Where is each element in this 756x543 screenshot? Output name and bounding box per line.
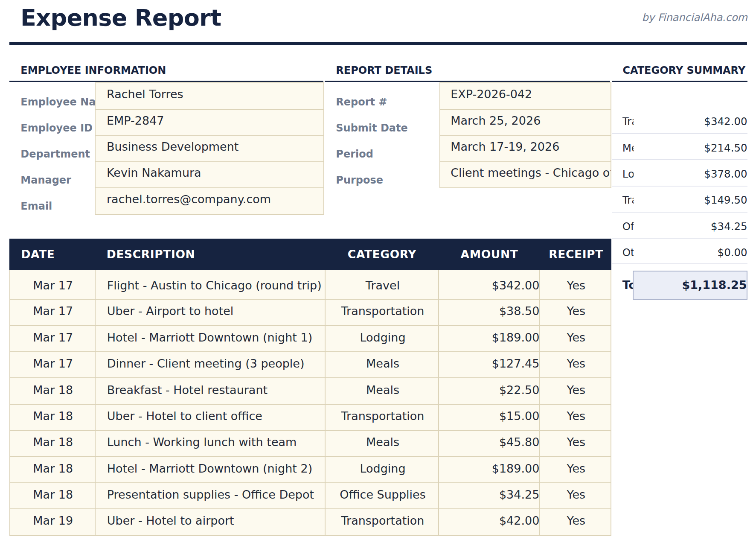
cell-date: Mar 18 xyxy=(33,488,73,501)
cell-description: Dinner - Client meeting (3 people) xyxy=(107,357,305,370)
expense-report-page: Expense Report by FinancialAha.com EMPLO… xyxy=(0,0,756,543)
column-header-date: DATE xyxy=(21,248,55,261)
info-value: Client meetings - Chicago office xyxy=(440,161,611,187)
cell-receipt: Yes xyxy=(567,331,586,344)
cell-amount: $189.00 xyxy=(492,331,540,344)
employee-info-labels: Employee NameEmployee IDDepartmentManage… xyxy=(20,82,95,214)
summary-category-amount: $378.00 xyxy=(704,168,747,180)
expense-table-header: DATEDESCRIPTIONCATEGORYAMOUNTRECEIPT xyxy=(9,239,611,270)
info-label-text: Employee ID xyxy=(20,122,93,134)
info-label-text: Employee Name xyxy=(20,96,95,108)
info-label-text: Manager xyxy=(20,174,71,186)
category-summary-rows: Travel$342.00Meals$214.50Lodging$378.00T… xyxy=(612,107,747,264)
info-label: Employee Name xyxy=(20,82,95,108)
expense-row: Mar 17Uber - Airport to hotelTransportat… xyxy=(10,299,611,325)
cell-date: Mar 17 xyxy=(33,357,73,370)
cell-receipt: Yes xyxy=(567,383,586,397)
report-details-heading: REPORT DETAILS xyxy=(336,64,432,76)
expense-table: DATEDESCRIPTIONCATEGORYAMOUNTRECEIPT Mar… xyxy=(9,239,611,535)
info-value-text: Kevin Nakamura xyxy=(107,166,201,179)
info-value-text: Rachel Torres xyxy=(107,88,183,101)
info-value: rachel.torres@company.com xyxy=(96,187,323,213)
column-header-category: CATEGORY xyxy=(348,248,416,261)
info-label-text: Email xyxy=(20,200,52,212)
expense-row: Mar 19Uber - Hotel to airportTransportat… xyxy=(10,508,611,534)
info-label-text: Period xyxy=(336,148,373,160)
info-label: Submit Date xyxy=(336,108,439,134)
info-label: Report # xyxy=(336,82,439,108)
info-label: Purpose xyxy=(336,161,439,187)
column-header-amount: AMOUNT xyxy=(461,248,518,261)
expense-row: Mar 18Breakfast - Hotel restaurantMeals$… xyxy=(10,377,611,403)
info-value-text: March 25, 2026 xyxy=(451,114,541,127)
summary-category-amount: $214.50 xyxy=(704,142,747,154)
cell-category: Meals xyxy=(366,357,399,370)
summary-row: Office Supplies$34.25 xyxy=(612,212,747,238)
info-value: EMP-2847 xyxy=(96,109,323,135)
info-label: Manager xyxy=(20,161,95,187)
info-label-text: Department xyxy=(20,148,90,160)
cell-amount: $127.45 xyxy=(492,357,540,370)
summary-row: Travel$342.00 xyxy=(612,107,747,133)
info-value: March 25, 2026 xyxy=(440,109,611,135)
summary-total-amount: $1,118.25 xyxy=(682,278,747,292)
summary-category-amount: $34.25 xyxy=(711,220,747,233)
cell-receipt: Yes xyxy=(567,488,586,501)
expense-row: Mar 17Dinner - Client meeting (3 people)… xyxy=(10,351,611,377)
info-label-text: Purpose xyxy=(336,174,383,186)
info-value-text: Client meetings - Chicago office xyxy=(451,166,611,179)
cell-description: Uber - Hotel to client office xyxy=(107,409,262,423)
category-summary-heading: CATEGORY SUMMARY xyxy=(622,64,745,76)
page-title: Expense Report xyxy=(20,4,221,31)
info-value: Rachel Torres xyxy=(96,83,323,109)
cell-category: Lodging xyxy=(360,331,405,344)
employee-info-heading: EMPLOYEE INFORMATION xyxy=(20,64,166,76)
cell-category: Lodging xyxy=(360,462,405,475)
cell-date: Mar 18 xyxy=(33,409,73,423)
info-label: Employee ID xyxy=(20,108,95,134)
cell-amount: $34.25 xyxy=(499,488,539,501)
summary-row: Other$0.00 xyxy=(612,238,747,264)
report-details-values: EXP-2026-042March 25, 2026March 17-19, 2… xyxy=(439,82,611,189)
byline: by FinancialAha.com xyxy=(642,12,747,23)
cell-receipt: Yes xyxy=(567,357,586,370)
info-value: EXP-2026-042 xyxy=(440,83,611,109)
info-value: March 17-19, 2026 xyxy=(440,135,611,161)
cell-receipt: Yes xyxy=(567,514,586,527)
summary-category-amount: $0.00 xyxy=(718,246,747,259)
cell-category: Meals xyxy=(366,435,399,449)
info-value-text: rachel.torres@company.com xyxy=(107,193,271,206)
summary-row: Meals$214.50 xyxy=(612,133,747,159)
report-details-labels: Report #Submit DatePeriodPurpose xyxy=(336,82,439,188)
employee-info-values: Rachel TorresEMP-2847Business Developmen… xyxy=(95,82,324,215)
info-label: Department xyxy=(20,134,95,161)
info-value-text: EMP-2847 xyxy=(107,114,164,127)
info-label-text: Report # xyxy=(336,96,387,108)
column-header-description: DESCRIPTION xyxy=(107,248,195,261)
cell-date: Mar 18 xyxy=(33,435,73,449)
cell-receipt: Yes xyxy=(567,304,586,318)
summary-category-amount: $342.00 xyxy=(704,115,747,128)
info-label: Period xyxy=(336,134,439,161)
cell-description: Hotel - Marriott Downtown (night 2) xyxy=(107,462,312,475)
info-label: Email xyxy=(20,187,95,213)
cell-amount: $42.00 xyxy=(499,514,539,527)
cell-receipt: Yes xyxy=(567,462,586,475)
info-value-text: EXP-2026-042 xyxy=(451,88,532,101)
info-label-text: Submit Date xyxy=(336,122,407,134)
cell-description: Uber - Airport to hotel xyxy=(107,304,234,318)
summary-row: Transportation$149.50 xyxy=(612,186,747,212)
summary-category-label: Other xyxy=(622,246,634,259)
cell-receipt: Yes xyxy=(567,279,586,292)
summary-row: Lodging$378.00 xyxy=(612,159,747,185)
cell-amount: $45.80 xyxy=(499,435,539,449)
cell-date: Mar 17 xyxy=(33,279,73,292)
cell-date: Mar 18 xyxy=(33,383,73,397)
cell-amount: $189.00 xyxy=(492,462,540,475)
cell-category: Transportation xyxy=(341,409,425,423)
cell-description: Lunch - Working lunch with team xyxy=(107,435,297,449)
cell-receipt: Yes xyxy=(567,409,586,423)
cell-category: Travel xyxy=(366,279,400,292)
summary-category-label: Transportation xyxy=(622,194,634,206)
cell-receipt: Yes xyxy=(567,435,586,449)
